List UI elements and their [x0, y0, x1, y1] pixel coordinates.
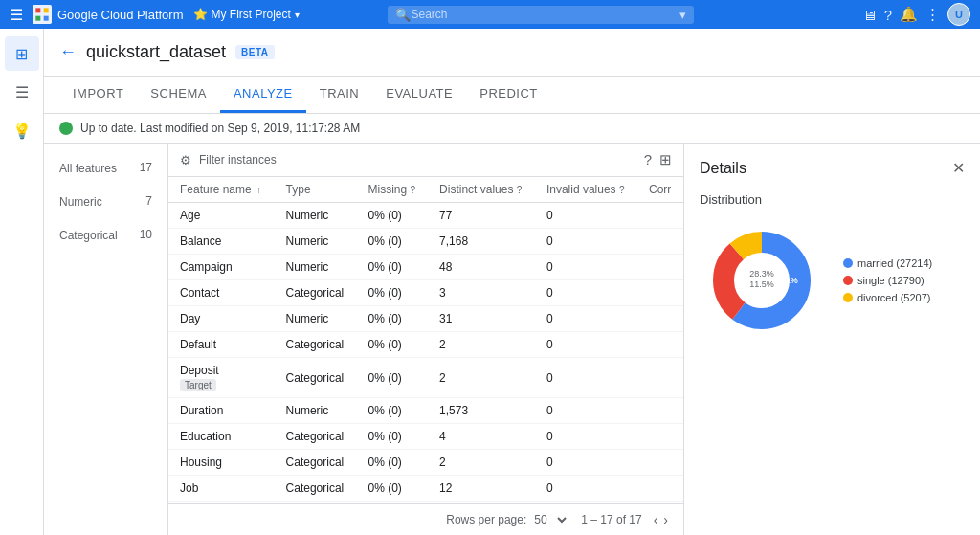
bell-icon[interactable]: 🔔 — [900, 6, 918, 23]
col-type[interactable]: Type — [275, 177, 357, 203]
cell-corr — [637, 398, 683, 424]
prev-page-button[interactable]: ‹ — [654, 512, 658, 527]
svg-rect-2 — [44, 8, 49, 12]
details-header: Details ✕ — [700, 159, 965, 177]
cell-invalid: 0 — [535, 306, 637, 332]
col-missing[interactable]: Missing ? — [356, 177, 428, 203]
more-vert-icon[interactable]: ⋮ — [925, 6, 940, 23]
tab-predict[interactable]: PREDICT — [466, 77, 551, 113]
hamburger-menu[interactable]: ☰ — [10, 6, 23, 24]
feature-name-text: Deposit — [180, 364, 263, 377]
cell-missing: 0% (0) — [356, 450, 428, 476]
cell-feature-name: Housing — [168, 450, 275, 476]
help-circle-icon[interactable]: ? — [644, 151, 652, 168]
svg-rect-1 — [35, 8, 40, 12]
cell-feature-name: Job — [168, 476, 275, 502]
cell-corr — [637, 332, 683, 358]
pagination-controls: ‹ › — [654, 512, 668, 527]
search-bar[interactable]: 🔍 ▾ — [388, 6, 694, 24]
content-area: All features 17 Numeric 7 Categorical 10… — [44, 144, 980, 535]
feature-panel: All features 17 Numeric 7 Categorical 10 — [44, 144, 168, 535]
table-row[interactable]: DayNumeric0% (0)310 — [168, 306, 683, 332]
svg-rect-0 — [33, 5, 52, 24]
tab-analyze[interactable]: ANALYZE — [220, 77, 306, 113]
distribution-label: Distribution — [700, 192, 965, 207]
cell-distinct: 48 — [428, 255, 535, 280]
tab-train[interactable]: TRAIN — [306, 77, 373, 113]
project-selector[interactable]: ⭐ My First Project ▾ — [193, 8, 300, 21]
col-corr: Corr — [637, 177, 683, 203]
legend-item-single: single (12790) — [843, 275, 932, 286]
table-toolbar: ⚙ Filter instances ? ⊞ — [168, 144, 683, 177]
feature-group-categorical[interactable]: Categorical 10 — [44, 222, 167, 248]
donut-svg: 28.3% 11.5% 60.2% — [700, 218, 824, 343]
feature-name-text: Campaign — [180, 260, 263, 274]
help-icon[interactable]: ? — [884, 7, 892, 23]
feature-group-numeric[interactable]: Numeric 7 — [44, 189, 167, 214]
cell-missing: 0% (0) — [356, 306, 428, 332]
cell-type: Categorical — [275, 280, 357, 306]
filter-label: Filter instances — [199, 153, 277, 167]
table-row[interactable]: EducationCategorical0% (0)40 — [168, 424, 683, 450]
rows-per-page-control: Rows per page: 50 100 200 — [446, 512, 569, 527]
project-icon: ⭐ — [193, 8, 208, 21]
sidebar-item-pin[interactable]: 💡 — [5, 113, 39, 147]
table-row[interactable]: DefaultCategorical0% (0)20 — [168, 332, 683, 358]
cell-feature-name: Duration — [168, 398, 275, 424]
col-invalid[interactable]: Invalid values ? — [535, 177, 637, 203]
columns-icon[interactable]: ⊞ — [659, 151, 672, 168]
table-row[interactable]: JobCategorical0% (0)120 — [168, 476, 683, 502]
table-scroll-container: Feature name ↑ Type Missing ? Distinct v… — [168, 177, 683, 503]
back-button[interactable]: ← — [59, 42, 77, 62]
target-badge: Target — [180, 379, 216, 391]
rows-per-page-select[interactable]: 50 100 200 — [530, 512, 569, 527]
filter-instances-button[interactable]: Filter instances — [199, 153, 277, 167]
avatar[interactable]: U — [947, 3, 970, 26]
tab-import[interactable]: IMPORT — [59, 77, 137, 113]
lightbulb-icon: 💡 — [12, 122, 32, 140]
cell-feature-name: Balance — [168, 229, 275, 255]
cell-feature-name: DepositTarget — [168, 358, 275, 398]
chevron-down-icon: ▾ — [295, 10, 300, 20]
search-input[interactable] — [411, 8, 679, 21]
feature-name-text: Balance — [180, 234, 263, 248]
feature-group-categorical-count: 10 — [140, 228, 152, 241]
col-distinct[interactable]: Distinct values ? — [428, 177, 535, 203]
legend-item-married: married (27214) — [843, 257, 932, 269]
app-layout: ⊞ ☰ 💡 ← quickstart_dataset BETA IMPORT S… — [0, 29, 980, 535]
close-button[interactable]: ✕ — [952, 159, 965, 177]
status-text: Up to date. Last modified on Sep 9, 2019… — [80, 122, 360, 135]
col-feature-name[interactable]: Feature name ↑ — [168, 177, 275, 203]
table-row[interactable]: CampaignNumeric0% (0)480 — [168, 255, 683, 280]
tab-schema[interactable]: SCHEMA — [137, 77, 220, 113]
legend-dot-married — [843, 258, 853, 268]
sidebar-item-list[interactable]: ☰ — [5, 75, 39, 109]
table-row[interactable]: BalanceNumeric0% (0)7,1680 — [168, 229, 683, 255]
cell-corr — [637, 229, 683, 255]
table-row[interactable]: DurationNumeric0% (0)1,5730 — [168, 398, 683, 424]
help-distinct-icon: ? — [517, 185, 523, 195]
cell-invalid: 0 — [535, 229, 637, 255]
cell-type: Numeric — [275, 306, 357, 332]
table-row[interactable]: AgeNumeric0% (0)770 — [168, 203, 683, 229]
legend-dot-divorced — [843, 293, 853, 302]
table-row[interactable]: DepositTargetCategorical0% (0)20 — [168, 358, 683, 398]
table-row[interactable]: HousingCategorical0% (0)20 — [168, 450, 683, 476]
cell-missing: 0% (0) — [356, 398, 428, 424]
cell-missing: 0% (0) — [356, 424, 428, 450]
table-row[interactable]: ContactCategorical0% (0)30 — [168, 280, 683, 306]
cell-missing: 0% (0) — [356, 332, 428, 358]
next-page-button[interactable]: › — [663, 512, 668, 527]
screen-icon[interactable]: 🖥 — [862, 7, 877, 23]
feature-name-text: Education — [180, 430, 263, 443]
cell-invalid: 0 — [535, 280, 637, 306]
tab-evaluate[interactable]: EVALUATE — [372, 77, 466, 113]
sub-header: ← quickstart_dataset BETA — [44, 29, 980, 77]
cell-distinct: 4 — [428, 424, 535, 450]
cell-distinct: 2 — [428, 450, 535, 476]
sidebar-item-datasets[interactable]: ⊞ — [5, 36, 39, 71]
cell-distinct: 2 — [428, 332, 535, 358]
feature-group-all[interactable]: All features 17 — [44, 155, 167, 181]
table-area: ⚙ Filter instances ? ⊞ Feature name ↑ — [168, 144, 683, 535]
cell-missing: 0% (0) — [356, 255, 428, 280]
